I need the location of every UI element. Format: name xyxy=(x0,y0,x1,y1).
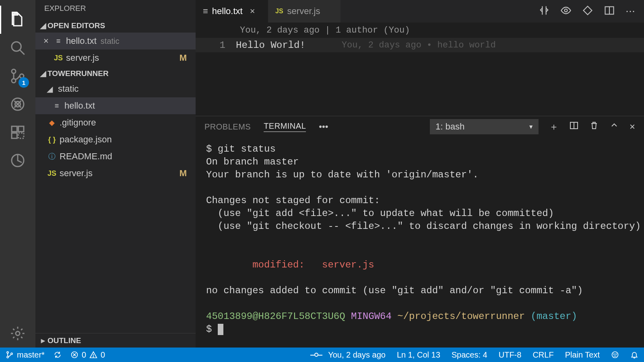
close-panel-icon[interactable]: × xyxy=(630,121,635,132)
open-editor-item[interactable]: × ≡ hello.txt static xyxy=(35,33,196,49)
compare-icon[interactable] xyxy=(539,5,550,18)
svg-point-24 xyxy=(612,352,618,358)
status-problems[interactable]: 0 0 xyxy=(70,350,105,360)
panel-tabs: PROBLEMS TERMINAL ••• 1: bash ＋ × xyxy=(196,116,644,137)
file-row[interactable]: { } package.json xyxy=(35,131,196,148)
open-editors-header[interactable]: ◢ OPEN EDITORS xyxy=(35,19,196,33)
terminal-line: (use "git add <file>..." to update what … xyxy=(206,207,634,220)
inline-blame: You, 2 days ago • hello world xyxy=(342,40,496,50)
split-terminal-icon[interactable] xyxy=(569,121,579,133)
blame-label: You, 2 days ago xyxy=(328,350,386,360)
eye-icon[interactable] xyxy=(560,5,572,18)
svg-point-20 xyxy=(11,353,12,354)
workspace-label: TOWERRUNNER xyxy=(47,69,109,78)
chevron-down-icon: ◢ xyxy=(39,21,47,30)
prompt-branch: (master) xyxy=(531,311,577,322)
status-eol[interactable]: CRLF xyxy=(533,350,553,360)
close-icon[interactable]: × xyxy=(43,36,53,46)
activity-settings[interactable] xyxy=(0,319,35,348)
file-row[interactable]: JS server.js M xyxy=(35,165,196,182)
svg-point-18 xyxy=(7,352,8,353)
diamond-icon[interactable] xyxy=(582,5,593,18)
modified-badge: M xyxy=(180,53,187,63)
js-icon: JS xyxy=(47,169,57,178)
terminal[interactable]: $ git status On branch master Your branc… xyxy=(196,137,644,348)
outline-header[interactable]: ▸ OUTLINE xyxy=(35,333,196,348)
file-row[interactable]: ⓘ README.md xyxy=(35,148,196,165)
outline-label: OUTLINE xyxy=(47,336,81,345)
code-line[interactable]: 1 Hello World! You, 2 days ago • hello w… xyxy=(196,38,644,52)
close-icon[interactable]: × xyxy=(250,6,255,16)
maximize-panel-icon[interactable] xyxy=(609,121,619,133)
branch-label: master* xyxy=(17,350,45,360)
file-dir: static xyxy=(101,37,120,46)
tab-label: hello.txt xyxy=(212,6,243,16)
json-icon: { } xyxy=(47,136,57,144)
new-terminal-icon[interactable]: ＋ xyxy=(549,120,559,133)
svg-point-26 xyxy=(616,354,617,355)
tab-hello[interactable]: ≡ hello.txt × xyxy=(196,0,268,23)
status-lang[interactable]: Plain Text xyxy=(565,350,600,360)
status-blame[interactable]: You, 2 days ago xyxy=(314,350,386,360)
prompt-path: ~/projects/towerrunner xyxy=(397,311,525,322)
panel-tab-problems[interactable]: PROBLEMS xyxy=(204,122,251,132)
open-editor-item[interactable]: JS server.js M xyxy=(35,49,196,66)
activity-source-control[interactable]: 1 xyxy=(0,62,35,90)
git-icon: ◆ xyxy=(47,118,57,127)
activity-search[interactable] xyxy=(0,34,35,62)
js-icon: JS xyxy=(53,54,64,62)
prompt-char: $ xyxy=(206,324,212,335)
svg-point-13 xyxy=(565,9,568,12)
textfile-icon: ≡ xyxy=(52,102,62,110)
svg-point-25 xyxy=(614,354,615,355)
svg-point-0 xyxy=(12,42,21,51)
activity-explorer[interactable] xyxy=(0,6,35,34)
svg-line-1 xyxy=(20,50,25,55)
kill-terminal-icon[interactable] xyxy=(589,121,599,133)
terminal-input-line[interactable]: $ xyxy=(206,323,634,336)
tab-server[interactable]: JS server.js xyxy=(268,0,341,23)
terminal-select[interactable]: 1: bash xyxy=(430,119,539,134)
status-notifications[interactable] xyxy=(630,351,638,359)
sidebar-title: EXPLORER xyxy=(35,0,196,19)
codelens[interactable]: You, 2 days ago | 1 author (You) xyxy=(196,23,644,38)
workspace-header[interactable]: ◢ TOWERRUNNER xyxy=(35,66,196,80)
folder-row[interactable]: ◢ static xyxy=(35,80,196,97)
status-feedback[interactable] xyxy=(611,351,619,359)
activity-extensions[interactable] xyxy=(0,118,35,146)
activity-gitlens[interactable] xyxy=(0,146,35,175)
terminal-line: (use "git checkout -- <file>..." to disc… xyxy=(206,220,634,233)
file-row[interactable]: ◆ .gitignore xyxy=(35,114,196,131)
tab-label: server.js xyxy=(287,6,320,16)
js-icon: JS xyxy=(275,8,283,15)
status-bar: master* 0 0 You, 2 days ago Ln 1, Col 13… xyxy=(0,348,644,362)
info-icon: ⓘ xyxy=(47,152,57,161)
commit-icon xyxy=(314,353,318,357)
status-sync[interactable] xyxy=(54,351,62,359)
terminal-line: Changes not staged for commit: xyxy=(206,194,634,207)
status-branch[interactable]: master* xyxy=(6,350,45,360)
line-number: 1 xyxy=(196,40,236,51)
folder-name: static xyxy=(58,84,78,94)
activity-debug[interactable] xyxy=(0,90,35,118)
panel-tab-terminal[interactable]: TERMINAL xyxy=(264,121,306,132)
svg-rect-10 xyxy=(19,133,24,138)
scm-badge: 1 xyxy=(19,77,29,88)
more-icon[interactable]: ⋯ xyxy=(625,6,635,17)
terminal-line: On branch master xyxy=(206,156,634,169)
terminal-line: Your branch is up to date with 'origin/m… xyxy=(206,169,634,181)
status-encoding[interactable]: UTF-8 xyxy=(499,350,522,360)
textfile-icon: ≡ xyxy=(53,37,64,45)
status-cursor[interactable]: Ln 1, Col 13 xyxy=(397,350,440,360)
terminal-line: no changes added to commit (use "git add… xyxy=(206,284,634,297)
editor-body[interactable]: You, 2 days ago | 1 author (You) 1 Hello… xyxy=(196,23,644,116)
open-editors-label: OPEN EDITORS xyxy=(47,21,105,30)
more-icon[interactable]: ••• xyxy=(319,121,328,132)
file-name: package.json xyxy=(60,134,112,145)
modified-badge: M xyxy=(180,168,187,179)
split-editor-icon[interactable] xyxy=(604,5,615,18)
svg-rect-8 xyxy=(19,126,24,132)
status-spaces[interactable]: Spaces: 4 xyxy=(452,350,487,360)
file-row[interactable]: ≡ hello.txt xyxy=(35,97,196,114)
svg-rect-7 xyxy=(12,126,17,132)
